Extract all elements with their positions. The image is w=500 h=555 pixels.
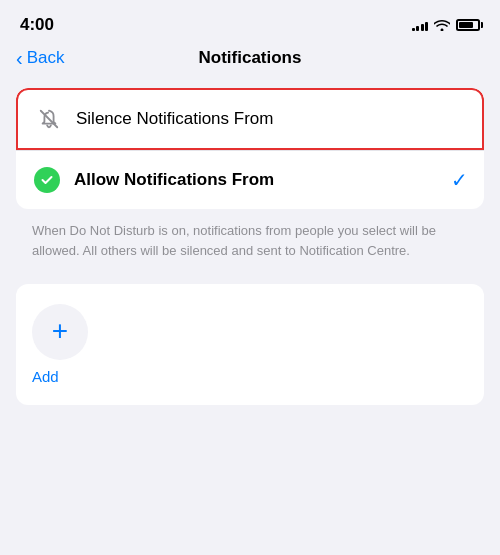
status-icons [412, 19, 481, 31]
silence-option-row[interactable]: Silence Notifications From [16, 88, 484, 150]
status-bar: 4:00 [0, 0, 500, 44]
description-text: When Do Not Disturb is on, notifications… [16, 217, 484, 276]
battery-fill [459, 22, 473, 28]
back-chevron-icon: ‹ [16, 48, 23, 68]
back-label: Back [27, 48, 65, 68]
nav-bar: ‹ Back Notifications [0, 44, 500, 80]
allow-label: Allow Notifications From [74, 170, 451, 190]
allow-icon [32, 165, 62, 195]
bell-slash-icon [34, 104, 64, 134]
add-card: + Add [16, 284, 484, 405]
battery-icon [456, 19, 480, 31]
add-button[interactable]: + [32, 304, 88, 360]
allow-option-row[interactable]: Allow Notifications From ✓ [16, 150, 484, 209]
signal-icon [412, 19, 429, 31]
checkmark-icon: ✓ [451, 168, 468, 192]
page-title: Notifications [199, 48, 302, 68]
add-plus-icon: + [52, 317, 68, 345]
status-time: 4:00 [20, 15, 54, 35]
options-card: Silence Notifications From Allow Notific… [16, 88, 484, 209]
main-content: Silence Notifications From Allow Notific… [0, 80, 500, 405]
back-button[interactable]: ‹ Back [16, 48, 64, 68]
add-label: Add [32, 368, 59, 385]
silence-label: Silence Notifications From [76, 109, 466, 129]
wifi-icon [434, 19, 450, 31]
